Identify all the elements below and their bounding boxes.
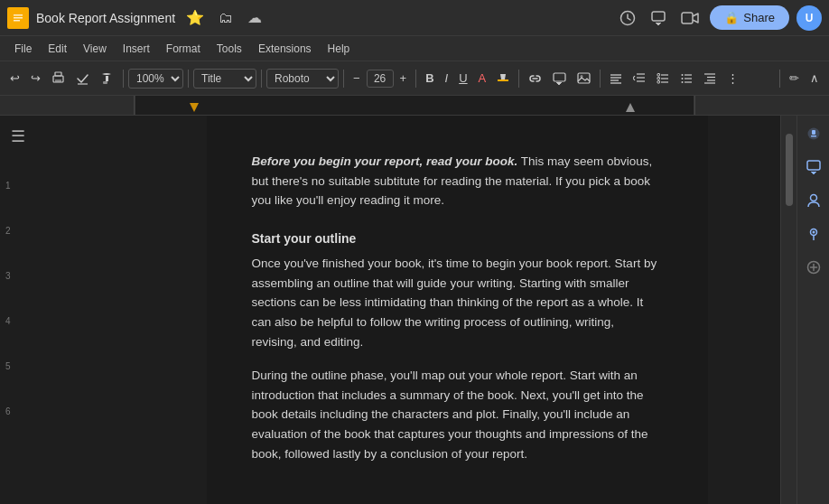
- toolbar-divider-6: [518, 70, 519, 88]
- svg-rect-2: [14, 17, 23, 19]
- doc-icon: [7, 7, 29, 29]
- svg-rect-13: [498, 79, 508, 81]
- drive-icon[interactable]: 🗂: [215, 6, 237, 30]
- font-size-plus-button[interactable]: +: [396, 69, 412, 88]
- map-pin-icon[interactable]: [803, 223, 824, 247]
- svg-point-35: [682, 78, 684, 79]
- star-icon[interactable]: ⭐: [182, 5, 208, 30]
- menu-format[interactable]: Format: [159, 40, 208, 58]
- paragraph-1-text: Before you begin your report, read your …: [252, 152, 663, 210]
- font-select[interactable]: Roboto Arial Times New Roman: [266, 69, 339, 89]
- svg-rect-1: [14, 14, 23, 16]
- menu-insert[interactable]: Insert: [116, 40, 157, 58]
- toolbar-divider-3: [261, 70, 262, 88]
- person-icon[interactable]: [803, 190, 824, 214]
- menu-view[interactable]: View: [76, 40, 114, 58]
- toolbar-divider-5: [415, 70, 416, 88]
- cloud-icon[interactable]: ☁: [244, 5, 265, 30]
- zoom-select[interactable]: 100% 75% 150%: [128, 69, 183, 89]
- section-1-body-2-container: During the outline phase, you'll map out…: [252, 366, 663, 463]
- far-right-panel: [796, 116, 829, 504]
- redo-button[interactable]: ↪: [26, 69, 45, 88]
- toolbar-divider-8: [779, 70, 780, 88]
- menu-file[interactable]: File: [7, 40, 39, 58]
- image-button[interactable]: [573, 70, 595, 87]
- paragraph-1: Before you begin your report, read your …: [252, 152, 663, 210]
- svg-point-49: [812, 231, 815, 234]
- underline-button[interactable]: U: [454, 69, 471, 88]
- undo-button[interactable]: ↩: [5, 69, 24, 88]
- text-color-button[interactable]: A: [474, 69, 491, 88]
- menu-bar: File Edit View Insert Format Tools Exten…: [0, 36, 829, 61]
- line-spacing-button[interactable]: [629, 70, 650, 87]
- svg-rect-29: [657, 78, 660, 80]
- document-title: Book Report Assignment: [36, 11, 175, 25]
- menu-edit[interactable]: Edit: [41, 40, 74, 58]
- font-size-input[interactable]: 26: [367, 70, 394, 88]
- svg-rect-9: [55, 79, 61, 82]
- title-bar-left: Book Report Assignment ⭐ 🗂 ☁: [7, 5, 616, 30]
- section-1: Start your outline Once you've finished …: [252, 229, 663, 351]
- main-area: ☰ 1 2 3 4 5 6 Before you begin your repo…: [0, 116, 829, 504]
- section-1-body-2: During the outline phase, you'll map out…: [252, 366, 663, 463]
- menu-help[interactable]: Help: [321, 40, 358, 58]
- svg-rect-45: [811, 135, 816, 137]
- pen-mode-button[interactable]: ✏: [785, 69, 804, 88]
- share-label: Share: [743, 11, 775, 24]
- svg-rect-46: [807, 161, 820, 170]
- user-avatar[interactable]: U: [796, 5, 822, 31]
- bold-button[interactable]: B: [421, 69, 438, 88]
- highlight-button[interactable]: [492, 70, 514, 88]
- font-size-minus-button[interactable]: −: [349, 69, 365, 88]
- toolbar-divider-1: [123, 70, 124, 88]
- outline-toggle-icon[interactable]: ☰: [7, 123, 29, 150]
- meet-button[interactable]: [677, 7, 703, 29]
- vertical-scrollbar[interactable]: [780, 116, 796, 504]
- page-number-4: 4: [5, 316, 11, 326]
- style-select[interactable]: Title Normal text Heading 1 Heading 2: [193, 69, 256, 89]
- svg-rect-6: [682, 13, 693, 23]
- link-button[interactable]: [524, 70, 546, 87]
- toolbar: ↩ ↪ 100% 75% 150% Title Normal text Head…: [0, 61, 829, 96]
- page-number-3: 3: [5, 271, 11, 281]
- svg-rect-11: [106, 76, 108, 81]
- list-button[interactable]: [675, 70, 697, 87]
- comment-button[interactable]: [548, 70, 571, 88]
- title-bar-actions: 🔒 Share U: [616, 5, 822, 31]
- scrollbar-thumb[interactable]: [786, 134, 793, 206]
- svg-rect-16: [578, 73, 590, 83]
- svg-rect-3: [14, 20, 20, 22]
- svg-rect-8: [55, 72, 61, 76]
- toolbar-divider-2: [188, 70, 189, 88]
- svg-rect-12: [103, 81, 107, 84]
- svg-rect-30: [657, 81, 660, 84]
- share-lock-icon: 🔒: [724, 11, 739, 24]
- history-button[interactable]: [616, 6, 639, 30]
- checklist-button[interactable]: [652, 70, 674, 87]
- print-button[interactable]: [47, 69, 70, 88]
- svg-rect-15: [554, 73, 565, 81]
- document-page: Before you begin your report, read your …: [207, 116, 708, 504]
- comments-button[interactable]: [647, 6, 670, 30]
- menu-extensions[interactable]: Extensions: [251, 40, 319, 58]
- document-area[interactable]: Before you begin your report, read your …: [134, 116, 780, 504]
- activity-feed-icon[interactable]: [803, 123, 824, 147]
- add-icon[interactable]: [803, 257, 824, 281]
- share-button[interactable]: 🔒 Share: [710, 5, 789, 30]
- svg-point-34: [682, 74, 684, 76]
- align-button[interactable]: [605, 70, 627, 87]
- indent-button[interactable]: [699, 70, 721, 87]
- italic-button[interactable]: I: [441, 69, 453, 88]
- left-panel: ☰ 1 2 3 4 5 6: [0, 116, 134, 504]
- toolbar-divider-4: [343, 70, 344, 88]
- page-number-5: 5: [5, 361, 11, 371]
- paint-format-button[interactable]: [96, 69, 118, 88]
- more-options-button[interactable]: ⋮: [722, 69, 743, 88]
- ruler: [0, 96, 829, 116]
- spellcheck-button[interactable]: [71, 69, 94, 88]
- section-1-heading: Start your outline: [252, 229, 663, 248]
- menu-tools[interactable]: Tools: [210, 40, 249, 58]
- page-number-6: 6: [5, 406, 11, 416]
- collapse-toolbar-button[interactable]: ∧: [806, 69, 824, 88]
- chat-icon[interactable]: [803, 156, 824, 181]
